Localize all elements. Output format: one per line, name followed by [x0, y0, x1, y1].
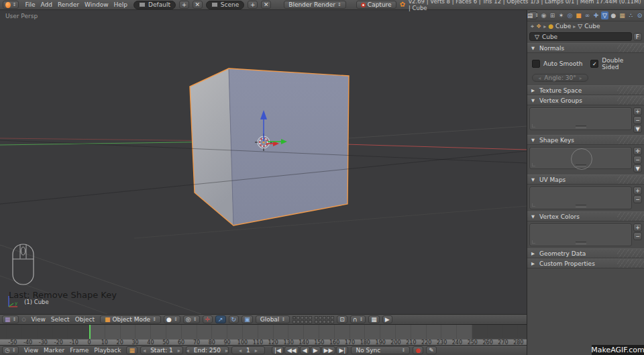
timeline-ruler[interactable]: -50-40-30-20-100102030405060708090100110… — [0, 339, 527, 345]
editor-type-timeline-button[interactable]: ◷ ↕ — [2, 346, 19, 354]
add-scene-button[interactable]: + — [248, 1, 258, 9]
3d-viewport[interactable]: User Persp Last: Remove Shape Key y (1) … — [0, 10, 527, 314]
timeline-menu-playback[interactable]: Playback — [91, 347, 123, 354]
shape-keys-list[interactable] — [529, 147, 632, 169]
remove-vertex-color-button[interactable]: − — [633, 232, 642, 240]
layer-toggle[interactable] — [305, 320, 308, 323]
layer-toggle[interactable] — [301, 320, 304, 323]
frame-end-field[interactable]: End: 250 — [186, 346, 229, 354]
topbar-menu-window[interactable]: Window — [82, 1, 111, 8]
section-header-custom-properties[interactable]: Custom Properties — [527, 258, 644, 268]
frame-display-toggle[interactable]: ▦ — [126, 346, 138, 354]
layer-toggle[interactable] — [301, 316, 304, 319]
jump-to-start-button[interactable]: |◀ — [272, 346, 284, 354]
layer-toggle[interactable] — [315, 320, 318, 323]
editor-type-3dview-button[interactable]: ▦ ↕ — [2, 315, 19, 323]
frame-start-field[interactable]: Start: 1 — [140, 346, 183, 354]
cube-front-face[interactable] — [229, 68, 349, 225]
sync-mode-dropdown[interactable]: No Sync ↕ — [351, 346, 410, 354]
cube-left-face[interactable] — [190, 68, 233, 225]
layer-toggle[interactable] — [297, 320, 300, 323]
pin-icon[interactable]: ⌖ — [531, 23, 534, 30]
checkbox-checked-icon[interactable]: ✓ — [590, 60, 598, 68]
layer-toggle[interactable] — [292, 316, 296, 319]
section-header-geometry-data[interactable]: Geometry Data — [527, 248, 644, 258]
layer-toggle[interactable] — [323, 316, 326, 319]
tab-object-data-icon[interactable]: ▽ — [601, 11, 608, 19]
tab-world-icon[interactable]: ◎ — [566, 11, 574, 19]
header-toggle-icon[interactable]: ○ — [21, 317, 25, 322]
tab-constraints-icon[interactable]: ∞ — [584, 11, 591, 19]
topbar-menu-file[interactable]: File — [22, 1, 38, 8]
viewport-menu-view[interactable]: View — [29, 316, 48, 323]
shape-key-specials-button[interactable]: ▼ — [633, 164, 642, 172]
layer-toggle[interactable] — [297, 316, 300, 319]
checkbox-unchecked-icon[interactable] — [532, 60, 540, 68]
current-frame-field[interactable]: 1 — [231, 346, 265, 354]
tab-particles-icon[interactable]: ∴ — [627, 11, 635, 19]
layer-toggle[interactable] — [331, 320, 334, 323]
snap-button[interactable]: ∩ ↕ — [350, 315, 366, 323]
layer-toggle[interactable] — [292, 320, 296, 323]
play-reverse-button[interactable]: ◀ — [300, 346, 310, 354]
jump-to-end-button[interactable]: ▶| — [336, 346, 348, 354]
rotate-manipulator-button[interactable]: ↻ — [229, 315, 239, 323]
translate-manipulator-button[interactable]: ↗ — [215, 315, 226, 323]
tab-render-icon[interactable]: ◉ — [540, 11, 547, 19]
section-header-vertex-groups[interactable]: Vertex Groups — [527, 95, 644, 105]
layer-toggle[interactable] — [327, 320, 330, 323]
auto-keyframe-button[interactable]: ● — [413, 346, 423, 354]
layer-toggle[interactable] — [305, 316, 308, 319]
layer-toggle[interactable] — [319, 320, 322, 323]
object-context-icon[interactable]: ❖ — [536, 23, 541, 30]
delete-layout-button[interactable]: ✕ — [193, 1, 203, 9]
manipulator-toggle[interactable]: ✛ — [203, 315, 213, 323]
tab-texture-icon[interactable]: ▦ — [619, 11, 626, 19]
pivot-point-dropdown[interactable]: ◎ ↕ — [183, 315, 200, 323]
tab-render-layers-icon[interactable]: ⊞ — [549, 11, 556, 19]
viewport-menu-object[interactable]: Object — [72, 316, 97, 323]
opengl-render-anim-button[interactable]: ▶ — [382, 315, 392, 323]
editor-type-info-button[interactable]: ↕ — [3, 1, 19, 9]
tab-material-icon[interactable]: ● — [610, 11, 617, 19]
add-vertex-color-button[interactable]: + — [633, 223, 642, 232]
layer-toggle[interactable] — [323, 320, 326, 323]
tab-modifiers-icon[interactable]: ✚ — [592, 11, 600, 19]
viewport-shading-dropdown[interactable]: ● ↕ — [164, 315, 180, 323]
cube-object[interactable] — [190, 68, 349, 225]
timeline-playhead[interactable] — [89, 325, 91, 339]
mode-dropdown[interactable]: ■ Object Mode ↕ — [100, 315, 161, 323]
section-header-shape-keys[interactable]: Shape Keys — [527, 135, 644, 145]
delete-scene-button[interactable]: ✕ — [261, 1, 271, 9]
timeline-menu-marker[interactable]: Marker — [41, 347, 67, 354]
vertex-colors-list[interactable] — [529, 223, 632, 246]
remove-shape-key-button[interactable]: − — [633, 156, 642, 164]
remove-vertex-group-button[interactable]: − — [633, 116, 642, 124]
auto-smooth-option[interactable]: Auto Smooth — [529, 56, 588, 72]
double-sided-option[interactable]: ✓ Double Sided — [588, 56, 642, 72]
lock-camera-button[interactable]: ⊡ — [337, 315, 347, 323]
opengl-render-still-button[interactable]: ▦ — [368, 315, 380, 323]
timeline-track-area[interactable] — [0, 325, 527, 339]
layer-toggle[interactable] — [327, 316, 330, 319]
tab-physics-icon[interactable]: ⊙ — [636, 11, 643, 19]
viewport-menu-select[interactable]: Select — [48, 316, 72, 323]
editor-type-properties-button[interactable]: ▤ ↕ — [529, 11, 537, 19]
timeline-menu-frame[interactable]: Frame — [67, 347, 91, 354]
auto-smooth-angle-slider[interactable]: Angle: 30° — [532, 74, 588, 82]
layer-toggle[interactable] — [309, 316, 312, 319]
layer-toggle[interactable] — [315, 316, 318, 319]
play-button[interactable]: ▶ — [311, 346, 321, 354]
breadcrumb-object[interactable]: Cube — [555, 23, 571, 30]
uv-maps-list[interactable] — [529, 187, 632, 209]
add-uv-map-button[interactable]: + — [633, 187, 642, 195]
layer-toggle[interactable] — [319, 316, 322, 319]
topbar-menu-render[interactable]: Render — [55, 1, 82, 8]
scale-manipulator-button[interactable]: ▣ — [241, 315, 253, 323]
fake-user-button[interactable]: F — [633, 33, 642, 41]
mesh-name-field[interactable]: ▽ Cube — [529, 32, 632, 41]
topbar-menu-add[interactable]: Add — [38, 1, 55, 8]
breadcrumb-data[interactable]: Cube — [584, 23, 600, 30]
tab-scene-icon[interactable]: ✶ — [557, 11, 565, 19]
section-header-vertex-colors[interactable]: Vertex Colors — [527, 211, 644, 221]
